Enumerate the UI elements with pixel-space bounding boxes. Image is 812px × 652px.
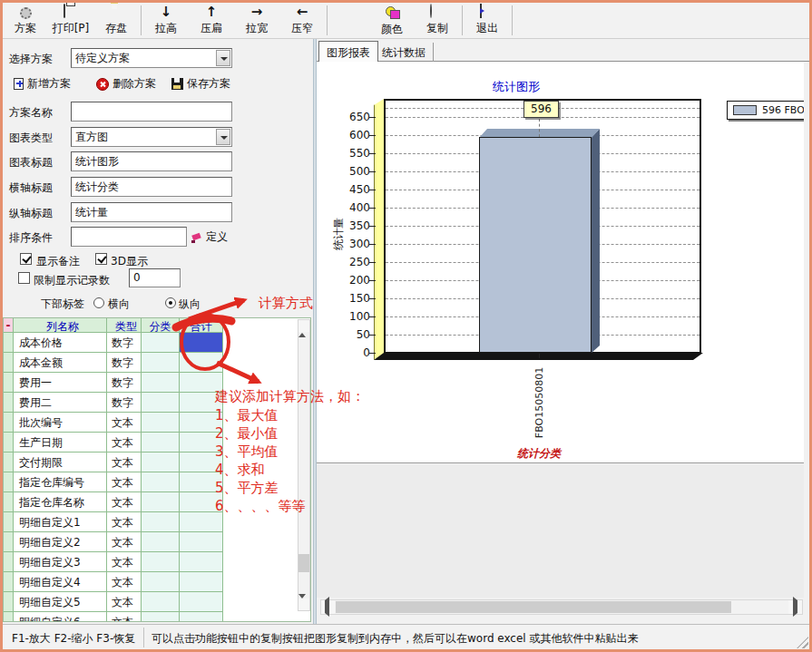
tab-statistics-data[interactable]: 统计数据 [375, 43, 434, 62]
scrollbar-thumb[interactable] [336, 601, 731, 613]
grid-cell[interactable] [180, 492, 223, 512]
color-button[interactable]: 颜色 [369, 3, 415, 38]
grid-cell[interactable] [4, 572, 14, 592]
scheme-select-dropdown[interactable]: 待定义方案 [71, 48, 232, 68]
grid-cell[interactable]: 成本金额 [14, 353, 107, 373]
grid-cell[interactable]: 明细自定义3 [14, 552, 107, 572]
grid-cell[interactable] [142, 353, 180, 373]
chevron-down-icon[interactable] [216, 50, 230, 66]
grid-cell[interactable] [142, 532, 180, 552]
widen-button[interactable]: → 拉宽 [234, 3, 279, 38]
resize-grip[interactable] [797, 637, 808, 648]
scrollbar-thumb[interactable] [298, 554, 309, 572]
grid-cell[interactable]: 文本 [107, 592, 142, 612]
grid-cell[interactable]: 数字 [107, 373, 142, 393]
scroll-up-button[interactable] [298, 320, 309, 332]
scroll-left-button[interactable] [321, 600, 335, 614]
grid-cell[interactable]: 指定仓库编号 [14, 472, 107, 492]
grid-cell[interactable] [142, 413, 180, 433]
grid-cell[interactable]: 明细自定义4 [14, 572, 107, 592]
grid-header-cell[interactable]: 分类 [142, 318, 180, 333]
grid-cell[interactable]: 文本 [107, 433, 142, 453]
grid-cell[interactable] [142, 453, 180, 472]
grid-cell[interactable] [180, 453, 223, 472]
scheme-button[interactable]: 方案 [3, 3, 48, 38]
grid-cell[interactable]: 交付期限 [14, 453, 107, 472]
save-scheme-button[interactable]: 保存方案 [171, 76, 230, 92]
add-scheme-button[interactable]: 新增方案 [14, 76, 71, 92]
grid-cell[interactable] [4, 353, 14, 373]
chart-type-dropdown[interactable]: 直方图 [71, 127, 232, 147]
grid-cell[interactable] [180, 592, 223, 612]
grid-cell[interactable] [4, 492, 14, 512]
grid-cell[interactable]: 文本 [107, 413, 142, 433]
grid-cell[interactable]: 文本 [107, 512, 142, 532]
grid-cell[interactable] [142, 492, 180, 512]
grid-cell[interactable] [4, 433, 14, 453]
grid-cell[interactable]: 文本 [107, 472, 142, 492]
grid-vertical-scrollbar[interactable] [298, 319, 310, 611]
grid-cell[interactable] [180, 472, 223, 492]
define-button[interactable]: 定义 [191, 229, 228, 245]
exit-button[interactable]: 退出 [465, 3, 510, 38]
bar-series-1[interactable] [479, 137, 592, 353]
grid-cell[interactable]: 明细自定义5 [14, 592, 107, 612]
grid-cell[interactable]: 明细自定义1 [14, 512, 107, 532]
grid-cell[interactable]: 费用二 [14, 393, 107, 413]
grid-cell[interactable] [4, 453, 14, 472]
grid-cell[interactable] [4, 373, 14, 393]
grid-cell[interactable] [4, 413, 14, 433]
show-note-checkbox[interactable] [20, 253, 32, 265]
grid-cell[interactable]: 数字 [107, 333, 142, 353]
grid-cell[interactable] [180, 353, 223, 373]
grid-cell[interactable] [142, 512, 180, 532]
chart-horizontal-scrollbar[interactable] [320, 599, 803, 615]
grid-cell[interactable]: 文本 [107, 532, 142, 552]
grid-cell[interactable] [142, 433, 180, 453]
grid-cell[interactable] [180, 572, 223, 592]
grid-cell[interactable] [180, 393, 223, 413]
grid-cell[interactable] [142, 592, 180, 612]
limit-rows-checkbox[interactable] [18, 272, 30, 284]
grid-cell[interactable] [4, 592, 14, 612]
show-3d-checkbox[interactable] [95, 253, 107, 265]
print-button[interactable]: 打印[P] [48, 3, 93, 38]
x-axis-title-input[interactable]: 统计分类 [71, 177, 232, 197]
grid-cell[interactable] [4, 612, 14, 622]
grid-cell[interactable] [180, 512, 223, 532]
grid-cell[interactable] [180, 333, 223, 353]
grid-cell[interactable]: 指定仓库名称 [14, 492, 107, 512]
grid-cell[interactable] [142, 333, 180, 353]
horizontal-radio[interactable] [93, 297, 104, 308]
stretch-taller-button[interactable]: ↓ 拉高 [143, 3, 189, 38]
delete-scheme-button[interactable]: 删除方案 [96, 76, 156, 92]
grid-cell[interactable] [142, 393, 180, 413]
y-axis-title-input[interactable]: 统计量 [71, 202, 232, 222]
narrow-button[interactable]: ← 压窄 [279, 3, 325, 38]
grid-cell[interactable]: 明细自定义6 [14, 612, 107, 622]
grid-cell[interactable]: 文本 [107, 572, 142, 592]
grid-cell[interactable]: 数字 [107, 353, 142, 373]
scroll-right-button[interactable] [788, 600, 802, 614]
grid-cell[interactable]: 明细自定义2 [14, 532, 107, 552]
scheme-name-input[interactable] [71, 102, 232, 122]
grid-cell[interactable] [4, 472, 14, 492]
grid-header-cell[interactable]: 类型 [107, 318, 142, 333]
limit-rows-input[interactable]: 0 [129, 268, 181, 287]
sort-condition-input[interactable] [71, 227, 187, 247]
copy-button[interactable]: 复制 [415, 3, 460, 38]
grid-cell[interactable] [4, 512, 14, 532]
grid-cell[interactable] [4, 333, 14, 353]
grid-cell[interactable]: 成本价格 [14, 333, 107, 353]
grid-cell[interactable]: 费用一 [14, 373, 107, 393]
grid-cell[interactable]: 文本 [107, 453, 142, 472]
grid-header-cell[interactable]: 合计 [180, 318, 223, 333]
grid-header-cell[interactable]: 列名称 [14, 318, 107, 333]
grid-cell[interactable] [142, 373, 180, 393]
grid-cell[interactable]: 数字 [107, 393, 142, 413]
grid-cell[interactable]: 文本 [107, 552, 142, 572]
grid-cell[interactable] [180, 373, 223, 393]
grid-cell[interactable]: 批次编号 [14, 413, 107, 433]
grid-cell[interactable] [180, 413, 223, 433]
grid-cell[interactable] [180, 532, 223, 552]
